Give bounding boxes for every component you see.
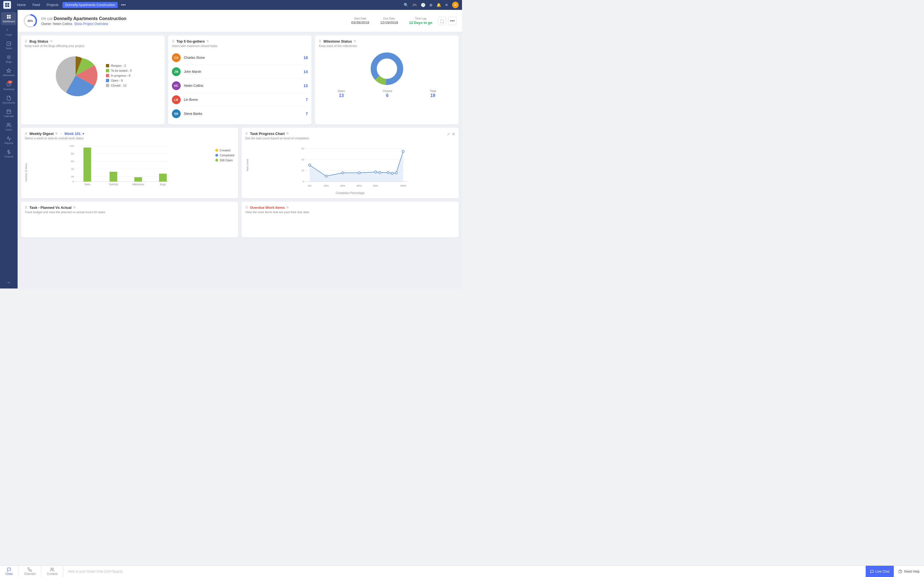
planned-vs-actual-widget: ⠿ Task - Planned Vs Actual ↻ Track budge… (21, 201, 238, 237)
refresh-icon[interactable]: ↻ (73, 206, 76, 210)
line-chart: 0 20 40 60 (250, 143, 455, 194)
drag-handle[interactable]: ⠿ (25, 40, 27, 44)
sidebar-item-reports[interactable]: Reports (1, 134, 16, 147)
svg-text:100%: 100% (400, 184, 406, 187)
svg-point-19 (7, 123, 9, 125)
refresh-icon[interactable]: ↻ (50, 40, 53, 43)
settings-icon[interactable]: ✕ (445, 3, 448, 7)
donut-chart-container (319, 51, 455, 87)
plus-icon[interactable]: ⊕ (429, 3, 433, 7)
top-navigation: Home Feed Projects Donnelly Apartments C… (0, 0, 462, 10)
drag-handle[interactable]: ⠿ (245, 206, 248, 210)
bar-bugs-open (159, 174, 166, 182)
nav-more[interactable]: ••• (119, 2, 128, 8)
bell-icon[interactable]: 🔔 (436, 3, 441, 7)
sidebar-item-more[interactable]: ••• (1, 279, 16, 286)
nav-home[interactable]: Home (14, 2, 29, 8)
legend-still-open: Still Open (215, 158, 234, 162)
share-button[interactable]: ⬚ (438, 17, 446, 25)
planned-vs-actual-title: ⠿ Task - Planned Vs Actual ↻ (25, 206, 234, 210)
gamepad-icon[interactable]: 🎮 (412, 3, 417, 7)
svg-text:0: 0 (72, 180, 74, 183)
sidebar-item-timesheet[interactable]: 18 Timesheet (1, 79, 16, 93)
drag-handle[interactable]: ⠿ (25, 132, 27, 136)
app-logo[interactable] (3, 1, 11, 9)
user-avatar[interactable]: H (452, 2, 459, 8)
svg-rect-5 (9, 15, 11, 16)
drag-handle[interactable]: ⠿ (245, 132, 248, 136)
line-chart-wrapper: Task Count 0 20 40 60 (245, 143, 455, 194)
ms-total: Total 19 (430, 89, 436, 98)
sidebar-item-dashboard[interactable]: Dashboard (1, 12, 16, 25)
nav-projects[interactable]: Projects (44, 2, 61, 8)
svg-point-53 (358, 172, 360, 174)
user-row: SB Steve Banks 7 (172, 107, 308, 121)
legend-in-progress: In progress - 6 (106, 74, 132, 77)
refresh-icon[interactable]: ↻ (207, 40, 209, 43)
svg-rect-6 (7, 17, 8, 19)
drag-handle[interactable]: ⠿ (25, 206, 27, 210)
line-chart-svg: 0 20 40 60 (250, 143, 455, 193)
sidebar-item-milestones[interactable]: Milestones (1, 66, 16, 79)
y-axis: Number of Items (25, 143, 29, 187)
sidebar-item-users[interactable]: Users (1, 120, 16, 133)
timesheet-icon-wrap: 18 (6, 82, 11, 87)
sidebar-item-finance[interactable]: Finance (1, 147, 16, 160)
pr-number: PR-139 (41, 17, 53, 21)
clock-icon[interactable]: 🕐 (421, 3, 425, 7)
svg-rect-3 (7, 5, 9, 7)
bar-chart: 0 20 40 60 80 100 (29, 143, 210, 188)
weekly-digest-title: ⠿ Weekly Digest ↻ - Week 101 ▼ (25, 132, 234, 136)
refresh-icon[interactable]: ↻ (286, 206, 289, 210)
user-row: CS Charles Stone 18 (172, 51, 308, 65)
legend-to-be-tested: To be tested - 5 (106, 69, 132, 72)
task-progress-widget: ⠿ Task Progress Chart ↻ ⤢ ✕ Get the task… (241, 128, 459, 198)
search-icon[interactable]: 🔍 (404, 3, 409, 7)
timesheet-badge: 18 (8, 81, 12, 84)
svg-text:20%: 20% (324, 184, 329, 187)
drag-handle[interactable]: ⠿ (172, 40, 174, 44)
week-dropdown[interactable]: ▼ (82, 132, 85, 135)
overdue-chart-placeholder (245, 217, 455, 234)
svg-rect-0 (5, 3, 7, 5)
pie-chart (53, 53, 98, 98)
chart-legend: Created Completed Still Open (215, 149, 234, 162)
user-avatar-helen: HC (172, 81, 181, 90)
svg-point-56 (387, 171, 389, 174)
project-meta: Start Date 03/28/2018 Due Date 12/19/201… (351, 17, 432, 25)
bar-chart-svg: 0 20 40 60 80 100 (29, 143, 210, 187)
close-icon[interactable]: ✕ (452, 132, 455, 136)
svg-point-57 (391, 172, 393, 174)
drag-handle[interactable]: ⠿ (319, 40, 321, 44)
due-date: Due Date 12/19/2018 (380, 17, 398, 25)
sidebar-item-documents[interactable]: Documents (1, 93, 16, 106)
svg-point-10 (7, 30, 7, 31)
sidebar-item-calendar[interactable]: Calendar (1, 107, 16, 120)
expand-icon[interactable]: ⤢ (447, 132, 450, 136)
nav-current-project[interactable]: Donnelly Apartments Construction (62, 2, 118, 8)
svg-point-8 (7, 29, 7, 29)
sidebar-item-bugs[interactable]: Bugs (1, 53, 16, 65)
milestone-stats: Open 13 Closed 6 Total 19 (319, 89, 455, 98)
svg-point-59 (402, 150, 404, 153)
show-overview-link[interactable]: Show Project Overview (74, 22, 108, 26)
svg-text:40%: 40% (27, 19, 33, 23)
project-info: PR-139 Donnelly Apartments Construction … (41, 16, 126, 26)
user-row: JM John Marsh 14 (172, 65, 308, 79)
sidebar-item-feed[interactable]: Feed (1, 26, 16, 39)
refresh-icon[interactable]: ↻ (286, 132, 289, 135)
svg-rect-4 (7, 15, 8, 16)
milestone-title: ⠿ Milestone Status ↻ (319, 39, 455, 44)
svg-point-52 (342, 172, 344, 174)
y-axis-label: Number of Items (25, 143, 27, 182)
bug-status-title: ⠿ Bug Status ↻ (25, 39, 161, 44)
refresh-icon[interactable]: ↻ (55, 132, 58, 135)
more-options-button[interactable]: ••• (448, 17, 457, 25)
nav-feed[interactable]: Feed (30, 2, 43, 8)
sidebar-item-tasks[interactable]: Tasks (1, 39, 16, 52)
main-layout: Dashboard Feed Tasks Bugs Milestones 18 … (0, 10, 462, 288)
refresh-icon[interactable]: ↻ (354, 40, 356, 43)
user-avatar-john: JM (172, 67, 181, 76)
legend-created: Created (215, 149, 234, 152)
svg-text:40%: 40% (340, 184, 345, 187)
